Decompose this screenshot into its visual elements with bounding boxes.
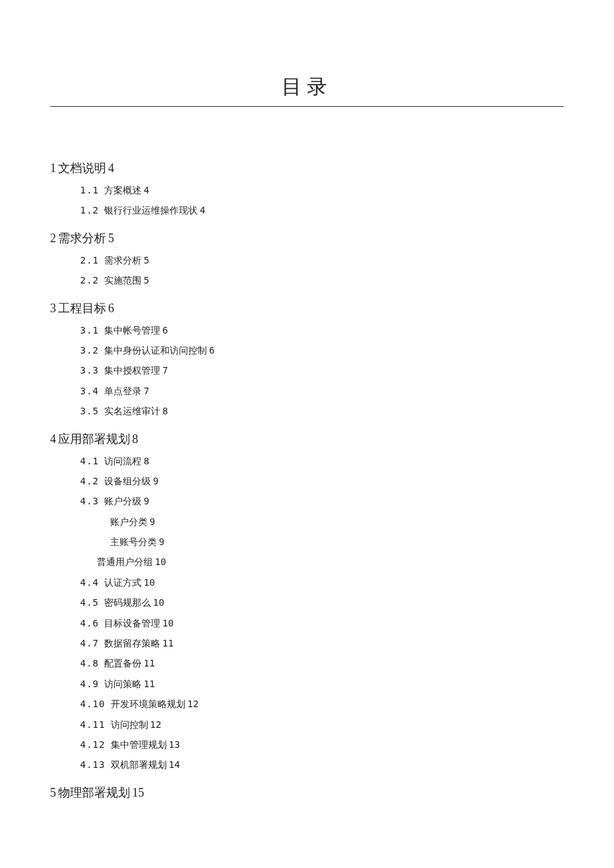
toc-entry-page: 10 <box>162 618 174 628</box>
toc-entry[interactable]: 4.6目标设备管理10 <box>50 616 564 630</box>
toc-entry-label: 设备组分级 <box>104 476 151 486</box>
toc-entry[interactable]: 2.1需求分析5 <box>50 253 564 268</box>
toc-entry-page: 4 <box>200 205 205 215</box>
toc-entry[interactable]: 4.4认证方式10 <box>50 575 564 590</box>
toc-entry[interactable]: 2需求分析5 <box>50 230 564 246</box>
toc-entry[interactable]: 4.9访问策略11 <box>50 677 564 691</box>
toc-entry-label: 集中管理规划 <box>111 739 167 750</box>
toc-entry-number: 3.3 <box>80 365 99 376</box>
toc-entry-number: 2.1 <box>80 255 99 266</box>
toc-entry-page: 11 <box>143 679 155 689</box>
toc-entry-number: 4.13 <box>80 759 105 770</box>
toc-entry-label: 集中帐号管理 <box>104 325 160 336</box>
toc-entry-number: 3.4 <box>80 386 99 396</box>
toc-entry-number: 1 <box>50 161 56 175</box>
toc-entry-number: 4.6 <box>80 618 99 628</box>
toc-entry-page: 10 <box>155 556 166 567</box>
toc-entry-page: 12 <box>188 699 199 709</box>
toc-entry-label: 访问流程 <box>104 456 141 466</box>
toc-entry-number: 4.8 <box>80 658 99 669</box>
toc-entry[interactable]: 4.10开发环境策略规划12 <box>50 697 564 711</box>
toc-entry-label: 方案概述 <box>104 185 141 195</box>
toc-entry-label: 目标设备管理 <box>104 618 160 628</box>
toc-entry[interactable]: 3.1集中帐号管理6 <box>50 323 564 338</box>
toc-entry-number: 1.1 <box>80 185 99 195</box>
toc-entry-number: 4.10 <box>80 699 105 709</box>
toc-entry-number: 3 <box>50 302 56 315</box>
toc-entry-label: 双机部署规划 <box>111 759 167 770</box>
toc-entry-number: 4.3 <box>80 496 99 506</box>
toc-entry-page: 4 <box>108 161 114 175</box>
toc-entry[interactable]: 1.2银行行业运维操作现状4 <box>50 203 564 218</box>
toc-entry[interactable]: 3.3集中授权管理7 <box>50 363 564 378</box>
toc-entry-label: 访问控制 <box>111 719 148 730</box>
toc-entry-number: 1.2 <box>80 205 99 215</box>
toc-entry[interactable]: 3工程目标6 <box>50 300 564 316</box>
toc-entry-page: 10 <box>143 577 155 588</box>
toc-entry-page: 6 <box>108 302 114 315</box>
toc-entry-label: 文档说明 <box>58 161 106 175</box>
toc-entry[interactable]: 5物理部署规划15 <box>50 785 564 801</box>
toc-entry-label: 实施范围 <box>104 275 141 286</box>
toc-entry-page: 11 <box>162 638 174 648</box>
toc-entry[interactable]: 3.5实名运维审计8 <box>50 404 564 418</box>
toc-entry[interactable]: 4.1访问流程8 <box>50 454 564 468</box>
toc-entry-page: 8 <box>132 432 138 446</box>
toc-entry[interactable]: 2.2实施范围5 <box>50 273 564 288</box>
toc-entry-number: 2 <box>50 232 56 245</box>
toc-entry-page: 5 <box>143 255 149 266</box>
toc-entry-page: 8 <box>162 406 168 416</box>
toc-entry-label: 账户分级 <box>104 496 141 506</box>
toc-entry-label: 需求分析 <box>104 255 141 266</box>
toc-entry-number: 4.11 <box>80 719 105 730</box>
toc-entry-number: 3.5 <box>80 406 99 416</box>
toc-entry[interactable]: 4.13双机部署规划14 <box>50 757 564 772</box>
toc-entry[interactable]: 4.2设备组分级9 <box>50 474 564 488</box>
toc-entry-page: 10 <box>153 597 164 608</box>
toc-entry-page: 9 <box>153 476 158 486</box>
toc-entry-label: 开发环境策略规划 <box>111 699 186 709</box>
toc-entry-label: 银行行业运维操作现状 <box>104 205 198 215</box>
toc-entry-page: 9 <box>149 516 155 527</box>
toc-entry-number: 4 <box>50 432 56 446</box>
toc-entry-label: 认证方式 <box>104 577 141 588</box>
toc-entry-page: 9 <box>159 536 164 547</box>
toc-entry[interactable]: 3.4单点登录7 <box>50 384 564 398</box>
toc-entry-label: 访问策略 <box>104 679 141 689</box>
table-of-contents: 1文档说明41.1方案概述41.2银行行业运维操作现状42需求分析52.1需求分… <box>50 160 564 801</box>
toc-entry-page: 9 <box>143 496 149 506</box>
toc-entry-label: 工程目标 <box>58 302 106 315</box>
toc-entry-label: 集中身份认证和访问控制 <box>104 345 207 356</box>
toc-entry[interactable]: 普通用户分组10 <box>50 554 564 569</box>
toc-entry[interactable]: 4.7数据留存策略11 <box>50 636 564 650</box>
title-block: 目录 <box>50 73 564 107</box>
toc-entry-page: 8 <box>143 456 149 466</box>
toc-entry-label: 应用部署规划 <box>58 432 130 446</box>
toc-entry-number: 4.9 <box>80 679 99 689</box>
toc-entry-label: 物理部署规划 <box>58 786 130 799</box>
toc-entry-label: 数据留存策略 <box>104 638 160 648</box>
toc-entry-page: 6 <box>209 345 214 356</box>
toc-entry[interactable]: 4.12集中管理规划13 <box>50 737 564 752</box>
toc-entry-page: 7 <box>162 365 168 376</box>
toc-entry[interactable]: 1.1方案概述4 <box>50 183 564 197</box>
toc-entry-number: 4.7 <box>80 638 99 648</box>
toc-entry[interactable]: 1文档说明4 <box>50 160 564 176</box>
toc-entry[interactable]: 3.2集中身份认证和访问控制6 <box>50 343 564 358</box>
toc-entry-label: 集中授权管理 <box>104 365 160 376</box>
toc-entry[interactable]: 4.3账户分级9 <box>50 494 564 508</box>
toc-entry-number: 4.12 <box>80 739 105 750</box>
toc-entry[interactable]: 主账号分类9 <box>50 534 564 549</box>
toc-entry[interactable]: 4.11访问控制12 <box>50 717 564 732</box>
toc-entry[interactable]: 4应用部署规划8 <box>50 431 564 447</box>
toc-entry[interactable]: 账户分类9 <box>50 514 564 529</box>
toc-entry-label: 单点登录 <box>104 386 141 396</box>
toc-entry-number: 3.2 <box>80 345 99 356</box>
toc-entry-page: 4 <box>143 185 149 195</box>
toc-entry[interactable]: 4.5密码规那么10 <box>50 595 564 610</box>
toc-entry[interactable]: 4.8配置备份11 <box>50 656 564 671</box>
toc-entry-number: 2.2 <box>80 275 99 286</box>
toc-entry-page: 14 <box>169 759 180 770</box>
toc-entry-page: 15 <box>132 786 144 799</box>
toc-entry-number: 4.1 <box>80 456 99 466</box>
